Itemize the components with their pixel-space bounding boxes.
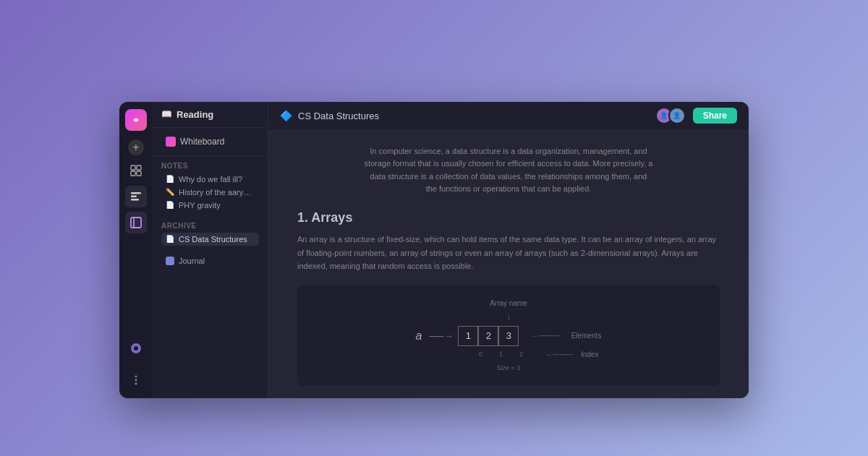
svg-point-10	[134, 346, 138, 350]
array-cell-0: 1	[458, 326, 478, 346]
fall-ill-icon: 📄	[166, 175, 174, 183]
settings-button[interactable]	[125, 337, 147, 359]
journal-icon	[166, 257, 174, 265]
journal-label: Journal	[179, 257, 205, 265]
current-section-button[interactable]	[125, 212, 147, 233]
icon-rail: +	[119, 102, 153, 398]
elements-label: Elements	[571, 332, 602, 340]
main-content: 🔷 CS Data Structures 👤 👤 Share In comput…	[268, 102, 749, 398]
intro-text: In computer science, a data structure is…	[364, 145, 653, 196]
svg-rect-3	[137, 171, 141, 176]
whiteboard-label: Whiteboard	[180, 137, 224, 147]
nav-item-fall-ill[interactable]: 📄 Why do we fall ill?	[161, 173, 259, 186]
index-label: Index	[581, 350, 598, 358]
nav-item-history[interactable]: ✏️ History of the aaryans	[161, 186, 259, 199]
index-2: 2	[511, 350, 532, 358]
svg-rect-7	[131, 218, 141, 228]
array-cells: 1 2 3	[458, 326, 519, 346]
content-body: In computer science, a data structure is…	[268, 131, 749, 398]
svg-rect-5	[131, 195, 137, 197]
svg-rect-0	[131, 165, 135, 170]
journal-item[interactable]: Journal	[161, 254, 259, 267]
app-logo[interactable]	[125, 109, 147, 131]
svg-rect-6	[131, 199, 139, 201]
cs-nav-icon: 📄	[166, 235, 174, 243]
share-button[interactable]: Share	[693, 108, 737, 124]
nav-item-cs-text: CS Data Structures	[179, 235, 247, 244]
content-header-title: CS Data Structures	[298, 111, 379, 121]
content-title-area: 🔷 CS Data Structures	[280, 110, 379, 121]
archive-section: Archive 📄 CS Data Structures	[153, 218, 268, 250]
array-diagram: Array name ↓ a ──→ 1 2 3 ←──── Elements	[297, 285, 720, 386]
journal-section: Journal	[153, 250, 268, 272]
index-cells: 0 1 2	[471, 350, 532, 358]
down-arrow: ↓	[506, 311, 511, 322]
nav-header: 📖 Reading	[153, 102, 268, 128]
section1-heading: 1. Arrays	[297, 210, 720, 225]
svg-rect-1	[137, 165, 141, 170]
avatar-group: 👤 👤	[655, 107, 686, 124]
index-1: 1	[491, 350, 511, 358]
content-header: 🔷 CS Data Structures 👤 👤 Share	[268, 102, 749, 131]
section1-body: An array is a structure of fixed-size, w…	[297, 233, 720, 273]
array-visual: a ──→ 1 2 3 ←──── Elements	[416, 326, 602, 346]
left-arrow-index: ←────	[546, 350, 574, 358]
header-actions: 👤 👤 Share	[655, 107, 737, 124]
index-0: 0	[471, 350, 491, 358]
svg-rect-2	[131, 171, 135, 176]
diagram-content: Array name ↓ a ──→ 1 2 3 ←──── Elements	[416, 299, 602, 371]
svg-point-12	[135, 379, 137, 381]
home-button[interactable]	[125, 160, 147, 181]
app-window: +	[119, 102, 749, 398]
dots-button[interactable]	[125, 369, 147, 391]
svg-rect-4	[131, 192, 141, 194]
right-arrow: ──→	[430, 330, 454, 342]
notes-section: Notes 📄 Why do we fall ill? ✏️ History o…	[153, 156, 268, 218]
gravity-icon: 📄	[166, 201, 174, 209]
svg-point-11	[135, 375, 137, 377]
whiteboard-item[interactable]: Whiteboard	[161, 134, 259, 150]
index-row: 0 1 2 ←──── Index	[419, 350, 599, 358]
whiteboard-section: Whiteboard	[153, 128, 268, 156]
avatar-2: 👤	[668, 107, 686, 124]
archive-label: Archive	[161, 222, 259, 230]
nav-item-gravity-text: PHY gravity	[179, 201, 221, 210]
nav-title: Reading	[176, 109, 213, 120]
reading-icon: 📖	[161, 109, 172, 119]
section2-heading: 1. Linked Lists	[297, 397, 720, 398]
nav-item-cs[interactable]: 📄 CS Data Structures	[161, 233, 259, 246]
nav-item-fall-ill-text: Why do we fall ill?	[179, 175, 242, 184]
cs-header-icon: 🔷	[280, 110, 292, 121]
left-arrow-elements: ←────	[532, 332, 559, 340]
nav-item-history-text: History of the aaryans	[179, 188, 255, 197]
array-cell-2: 3	[498, 326, 519, 346]
array-cell-1: 2	[478, 326, 498, 346]
notes-label: Notes	[161, 162, 259, 170]
sidebar-toggle-button[interactable]	[125, 186, 147, 207]
whiteboard-icon	[166, 137, 176, 147]
size-label: Size = 3	[497, 364, 521, 371]
svg-point-13	[135, 382, 137, 384]
array-var: a	[416, 330, 422, 343]
add-button[interactable]: +	[128, 139, 144, 155]
nav-panel: 📖 Reading Whiteboard Notes 📄 Why do we f…	[153, 102, 268, 398]
array-name-label: Array name	[490, 299, 527, 307]
history-icon: ✏️	[166, 188, 174, 196]
nav-item-gravity[interactable]: 📄 PHY gravity	[161, 199, 259, 212]
